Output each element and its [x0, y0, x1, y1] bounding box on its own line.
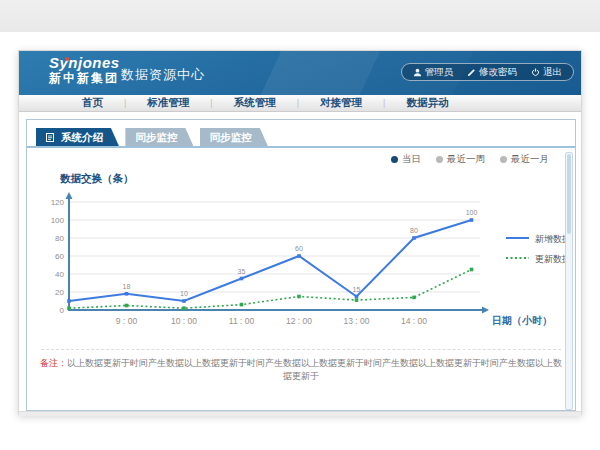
svg-text:80: 80: [410, 227, 418, 234]
svg-text:日期（小时）: 日期（小时）: [492, 315, 552, 326]
content-panel: 系统介绍 同步监控 同步监控 当日 最近一周: [26, 119, 576, 411]
page: Synjones 新中新集团 数据资源中心 管理员: [0, 0, 600, 450]
radio-dot-icon: [391, 156, 398, 163]
svg-text:100: 100: [466, 209, 478, 216]
scrollbar-thumb[interactable]: [567, 154, 571, 234]
tab-label: 同步监控: [135, 131, 177, 143]
radio-option-last-month[interactable]: 最近一月: [500, 153, 549, 166]
window-footer-strip: [19, 411, 581, 416]
line-chart-svg: 0204060801001209 : 0010 : 0011 : 0012 : …: [32, 182, 577, 332]
radio-option-today[interactable]: 当日: [391, 153, 421, 166]
radio-label: 最近一周: [447, 153, 485, 166]
radio-label: 最近一月: [511, 153, 549, 166]
tab-sync-monitor-2[interactable]: 同步监控: [200, 128, 268, 146]
main-nav: 首页 | 标准管理 | 系统管理 | 对接管理 | 数据异动: [19, 95, 581, 112]
svg-text:20: 20: [55, 288, 64, 297]
svg-text:18: 18: [123, 283, 131, 290]
nav-item-data-change[interactable]: 数据异动: [385, 96, 469, 110]
svg-text:13 : 00: 13 : 00: [344, 316, 370, 326]
tab-label: 系统介绍: [61, 131, 103, 143]
radio-dot-icon: [436, 156, 443, 163]
footnote: 备注：以上数据更新于时间产生数据以上数据更新于时间产生数据以上数据更新于时间产生…: [37, 357, 565, 383]
user-menu[interactable]: 管理员: [413, 66, 454, 79]
logout-button[interactable]: 退出: [531, 66, 562, 79]
change-password-label: 修改密码: [479, 66, 517, 79]
brand-logo-text-cn: 新中新集团: [49, 72, 120, 85]
svg-text:14 : 00: 14 : 00: [401, 316, 427, 326]
svg-text:120: 120: [51, 198, 65, 207]
svg-text:35: 35: [238, 268, 246, 275]
radio-label: 当日: [402, 153, 421, 166]
svg-text:9 : 00: 9 : 00: [116, 316, 138, 326]
tab-strip: 系统介绍 同步监控 同步监控: [27, 128, 575, 148]
svg-text:40: 40: [55, 270, 64, 279]
svg-text:15: 15: [353, 286, 361, 293]
svg-text:100: 100: [51, 216, 65, 225]
change-password-button[interactable]: 修改密码: [467, 66, 517, 79]
nav-item-home[interactable]: 首页: [61, 96, 124, 110]
user-name-label: 管理员: [425, 66, 454, 79]
tab-label: 同步监控: [210, 131, 252, 143]
user-toolbar: 管理员 修改密码 退出: [401, 63, 575, 81]
document-icon: [46, 129, 54, 147]
radio-dot-icon: [500, 156, 507, 163]
svg-text:60: 60: [295, 245, 303, 252]
nav-item-interface-mgmt[interactable]: 对接管理: [299, 96, 383, 110]
desktop-top-strip: [0, 0, 600, 32]
nav-item-standard-mgmt[interactable]: 标准管理: [126, 96, 210, 110]
brand-logo: Synjones 新中新集团: [49, 55, 120, 85]
tab-sync-monitor-1[interactable]: 同步监控: [125, 128, 193, 146]
power-icon: [531, 68, 540, 77]
app-header: Synjones 新中新集团 数据资源中心 管理员: [19, 51, 581, 95]
svg-text:80: 80: [55, 234, 64, 243]
app-window: Synjones 新中新集团 数据资源中心 管理员: [18, 50, 582, 415]
svg-text:10 : 00: 10 : 00: [171, 316, 197, 326]
brand-logo-red-dot-icon: [65, 57, 69, 61]
page-title: 数据资源中心: [121, 66, 205, 84]
brand-logo-text-en: Synjones: [49, 55, 120, 72]
edit-icon: [467, 68, 476, 77]
footnote-label: 备注：: [40, 358, 67, 368]
nav-item-system-mgmt[interactable]: 系统管理: [213, 96, 297, 110]
svg-text:10: 10: [180, 290, 188, 297]
logout-label: 退出: [543, 66, 562, 79]
user-icon: [413, 68, 422, 77]
note-divider: [41, 349, 561, 350]
tab-system-intro[interactable]: 系统介绍: [36, 128, 119, 146]
svg-text:0: 0: [60, 306, 65, 315]
vertical-scrollbar[interactable]: [565, 152, 573, 410]
footnote-text: 以上数据更新于时间产生数据以上数据更新于时间产生数据以上数据更新于时间产生数据以…: [67, 358, 562, 381]
svg-text:12 : 00: 12 : 00: [286, 316, 312, 326]
svg-text:60: 60: [55, 252, 64, 261]
svg-text:11 : 00: 11 : 00: [229, 316, 255, 326]
range-filter-group: 当日 最近一周 最近一月: [391, 153, 549, 166]
radio-option-last-week[interactable]: 最近一周: [436, 153, 485, 166]
